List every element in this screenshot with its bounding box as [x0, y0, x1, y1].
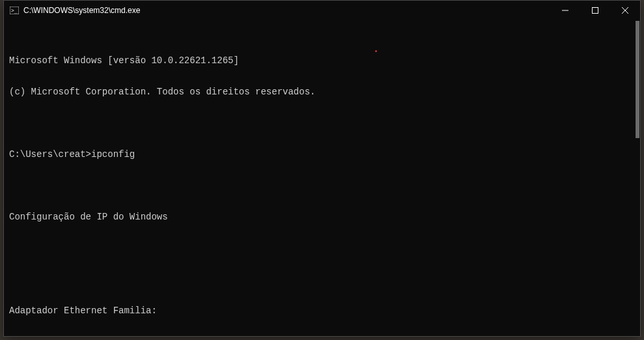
output-line — [9, 274, 635, 285]
red-dot-indicator — [375, 50, 377, 52]
maximize-button[interactable] — [580, 1, 610, 20]
titlebar[interactable]: >_ C:\WINDOWS\system32\cmd.exe — [4, 1, 640, 20]
output-line — [9, 118, 635, 128]
window-controls — [550, 1, 640, 20]
close-button[interactable] — [610, 1, 640, 20]
minimize-button[interactable] — [550, 1, 580, 20]
output-line — [9, 243, 635, 253]
cmd-icon: >_ — [9, 5, 20, 16]
cmd-window: >_ C:\WINDOWS\system32\cmd.exe Microsoft… — [3, 0, 641, 337]
scrollbar-thumb[interactable] — [636, 21, 639, 138]
svg-rect-3 — [593, 8, 598, 14]
adapter-header: Adaptador Ethernet Familia: — [9, 305, 635, 316]
output-line — [9, 180, 635, 191]
output-line: Configuração de IP do Windows — [9, 212, 635, 222]
output-line: (c) Microsoft Corporation. Todos os dire… — [9, 87, 635, 97]
command-line: C:\Users\creat>ipconfig — [9, 149, 635, 160]
svg-text:>_: >_ — [11, 8, 18, 14]
window-title: C:\WINDOWS\system32\cmd.exe — [23, 6, 550, 15]
output-line: Microsoft Windows [versão 10.0.22621.126… — [9, 55, 635, 66]
terminal-output[interactable]: Microsoft Windows [versão 10.0.22621.126… — [4, 20, 640, 336]
